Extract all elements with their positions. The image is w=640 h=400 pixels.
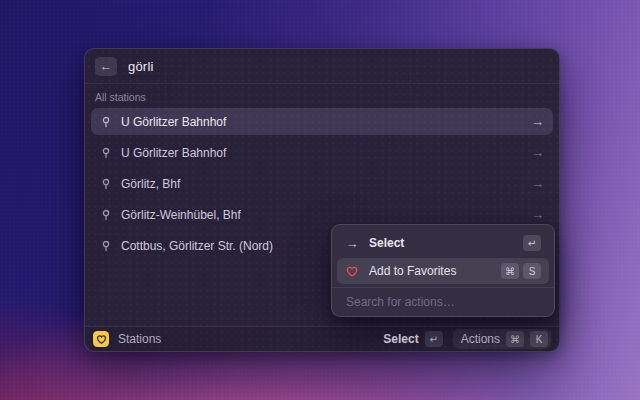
cmd-keycap: ⌘ (506, 331, 524, 347)
list-item[interactable]: U Görlitzer Bahnhof → (91, 139, 553, 166)
map-pin-icon (100, 178, 112, 190)
arrow-right-icon: → (531, 145, 544, 160)
select-shortcut[interactable]: Select ↵ (383, 331, 442, 347)
station-name: Görlitz-Weinhübel, Bhf (121, 208, 241, 222)
s-keycap: S (523, 263, 541, 279)
actions-popover: → Select ↵ Add to Favorites ⌘ S Search f… (331, 224, 555, 317)
station-name: Cottbus, Görlitzer Str. (Nord) (121, 239, 273, 253)
heart-icon (97, 335, 105, 342)
actions-label: Actions (461, 332, 500, 346)
back-button[interactable]: ← (95, 57, 117, 76)
arrow-right-icon: → (345, 236, 359, 251)
search-input[interactable]: görli (128, 59, 154, 74)
action-label: Select (369, 236, 404, 250)
map-pin-icon (100, 116, 112, 128)
arrow-right-icon: → (531, 176, 544, 191)
section-header: All stations (85, 91, 559, 103)
actions-menu-button[interactable]: Actions ⌘ K (453, 329, 551, 349)
extension-name: Stations (118, 332, 161, 346)
station-name: U Görlitzer Bahnhof (121, 115, 226, 129)
map-pin-icon (100, 209, 112, 221)
cmd-keycap: ⌘ (501, 263, 519, 279)
header-divider (85, 83, 559, 84)
actions-search-field[interactable]: Search for actions… (337, 288, 549, 316)
heart-icon (345, 265, 359, 278)
status-bar: Stations Select ↵ Actions ⌘ K (85, 326, 559, 351)
back-icon: ← (100, 57, 112, 76)
launcher-window: ← görli All stations U Görlitzer Bahnhof… (84, 48, 560, 352)
list-item[interactable]: U Görlitzer Bahnhof → (91, 108, 553, 135)
station-name: Görlitz, Bhf (121, 177, 180, 191)
map-pin-icon (100, 147, 112, 159)
extension-chip[interactable]: Stations (93, 331, 161, 347)
select-label: Select (383, 332, 418, 346)
return-keycap: ↵ (425, 331, 443, 347)
return-keycap: ↵ (523, 235, 541, 251)
list-item[interactable]: Görlitz, Bhf → (91, 170, 553, 197)
search-header: ← görli (85, 49, 559, 83)
k-keycap: K (530, 331, 548, 347)
action-item-add-to-favorites[interactable]: Add to Favorites ⌘ S (337, 258, 549, 284)
action-label: Add to Favorites (369, 264, 456, 278)
actions-search-placeholder: Search for actions… (346, 295, 455, 309)
status-bar-actions: Select ↵ Actions ⌘ K (383, 329, 551, 349)
map-pin-icon (100, 240, 112, 252)
stations-app-icon (93, 331, 109, 347)
arrow-right-icon: → (531, 207, 544, 222)
station-name: U Görlitzer Bahnhof (121, 146, 226, 160)
arrow-right-icon: → (531, 114, 544, 129)
desktop-wallpaper: ← görli All stations U Görlitzer Bahnhof… (0, 0, 640, 400)
action-item-select[interactable]: → Select ↵ (337, 230, 549, 256)
